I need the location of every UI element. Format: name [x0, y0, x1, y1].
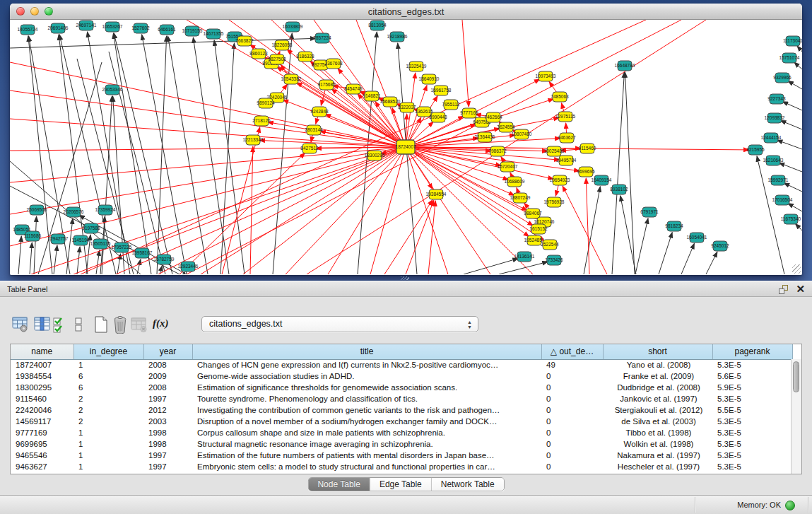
- graph-edge[interactable]: [328, 147, 406, 274]
- graph-edge[interactable]: [795, 223, 802, 230]
- table-cell[interactable]: Estimation of the future numbers of pati…: [192, 450, 541, 461]
- table-cell[interactable]: Changes of HCN gene expression and I(f) …: [192, 359, 541, 370]
- panel-splitter-handle[interactable]: [401, 276, 409, 280]
- column-header-in_degree[interactable]: in_degree: [73, 344, 143, 359]
- graph-node[interactable]: 14671355: [204, 29, 224, 39]
- graph-node[interactable]: 8186328: [296, 52, 314, 62]
- graph-edge[interactable]: [18, 236, 21, 274]
- graph-edge[interactable]: [114, 33, 172, 274]
- graph-edge[interactable]: [10, 147, 406, 214]
- graph-node[interactable]: 1115686: [24, 231, 42, 241]
- table-cell[interactable]: 2: [73, 404, 143, 416]
- table-cell[interactable]: 2008: [143, 382, 192, 393]
- graph-node[interactable]: 2522544: [541, 240, 559, 250]
- graph-edge[interactable]: [113, 33, 151, 274]
- tab-edge-table[interactable]: Edge Table: [370, 478, 432, 491]
- network-canvas-svg[interactable]: 1405572420691406246971411065326715276026…: [10, 20, 802, 274]
- graph-node[interactable]: 7857224: [313, 33, 331, 43]
- table-row[interactable]: 911546021997Tourette syndrome. Phenomeno…: [11, 393, 792, 404]
- graph-edge[interactable]: [398, 43, 417, 274]
- table-cell[interactable]: 1: [73, 438, 143, 450]
- graph-node[interactable]: 17016504: [772, 195, 793, 205]
- graph-node[interactable]: 8427512: [300, 144, 319, 153]
- graph-edge[interactable]: [784, 183, 802, 192]
- graph-node[interactable]: 12942757: [48, 234, 69, 244]
- graph-node[interactable]: 25069506: [27, 205, 47, 215]
- table-cell[interactable]: Hescheler et al. (1997): [603, 461, 712, 472]
- table-cell[interactable]: Stergiakouli et al. (2012): [603, 404, 712, 416]
- graph-node[interactable]: 9329966: [773, 73, 792, 83]
- graph-edge[interactable]: [780, 120, 802, 129]
- table-selector-dropdown[interactable]: citations_edges.txt ▲▼: [201, 316, 478, 332]
- show-columns-icon[interactable]: [33, 315, 52, 334]
- graph-edge[interactable]: [563, 186, 607, 274]
- graph-edge[interactable]: [77, 247, 80, 274]
- table-cell[interactable]: 0: [541, 461, 603, 472]
- graph-node[interactable]: 8454749: [344, 84, 363, 94]
- window-titlebar[interactable]: citations_edges.txt: [10, 4, 802, 20]
- table-cell[interactable]: 5.5E-5: [712, 404, 792, 416]
- table-cell[interactable]: Yano et al. (2008): [603, 359, 712, 370]
- graph-node[interactable]: 10688609: [505, 177, 525, 187]
- table-cell[interactable]: 1: [73, 427, 143, 438]
- graph-edge[interactable]: [620, 196, 636, 274]
- table-cell[interactable]: 5.6E-5: [712, 370, 792, 382]
- table-cell[interactable]: 0: [541, 450, 603, 461]
- table-cell[interactable]: 5.3E-5: [712, 359, 792, 370]
- graph-edge[interactable]: [779, 163, 802, 172]
- table-cell[interactable]: 1: [73, 461, 143, 472]
- table-scrollbar-thumb[interactable]: [793, 361, 799, 392]
- graph-node[interactable]: 9245012: [711, 241, 729, 251]
- graph-edge[interactable]: [10, 38, 316, 48]
- graph-edge[interactable]: [220, 43, 234, 274]
- table-row[interactable]: 969969511998Structural magnetic resonanc…: [11, 438, 792, 450]
- column-header-name[interactable]: name: [11, 344, 73, 359]
- graph-edge[interactable]: [214, 40, 245, 274]
- graph-node[interactable]: 6791971: [640, 207, 659, 217]
- graph-edge[interactable]: [797, 46, 802, 52]
- table-row[interactable]: 1830029562008Estimation of significance …: [11, 382, 792, 393]
- table-cell[interactable]: Jankovic et al. (1997): [603, 393, 712, 404]
- graph-edge[interactable]: [10, 147, 406, 182]
- graph-node[interactable]: 12975115: [555, 112, 576, 122]
- graph-node[interactable]: 19654923: [550, 175, 570, 185]
- graph-node[interactable]: 10025488: [544, 146, 565, 156]
- table-cell[interactable]: 0: [541, 393, 603, 404]
- graph-edge[interactable]: [499, 262, 548, 274]
- graph-edge[interactable]: [635, 218, 648, 274]
- tab-node-table[interactable]: Node Table: [308, 478, 370, 491]
- table-cell[interactable]: 2003: [143, 416, 192, 427]
- graph-node[interactable]: 9175685: [317, 80, 336, 90]
- table-row[interactable]: 1872400712008Changes of HCN gene express…: [11, 359, 792, 370]
- graph-node[interactable]: 1527602: [131, 23, 150, 33]
- table-cell[interactable]: 9777169: [11, 427, 73, 438]
- table-cell[interactable]: 5.3E-5: [712, 461, 792, 472]
- table-row[interactable]: 946362711997Embryonic stem cells: a mode…: [11, 461, 792, 472]
- graph-node[interactable]: 13958167: [132, 248, 153, 258]
- graph-node[interactable]: 21364436: [475, 132, 495, 142]
- graph-edge[interactable]: [794, 62, 802, 69]
- column-header-pagerank[interactable]: pagerank: [712, 344, 792, 359]
- graph-node[interactable]: 16054041: [687, 233, 707, 243]
- table-cell[interactable]: Nakamura et al. (1997): [603, 450, 712, 461]
- graph-edge[interactable]: [157, 36, 167, 274]
- graph-node[interactable]: 19218986: [387, 32, 408, 42]
- graph-edge[interactable]: [142, 35, 187, 274]
- graph-node[interactable]: 9242848: [310, 107, 329, 117]
- table-cell[interactable]: 5.3E-5: [712, 416, 792, 427]
- graph-node[interactable]: 1615152: [529, 224, 548, 234]
- table-cell[interactable]: de Silva et al. (2003): [603, 416, 712, 427]
- table-cell[interactable]: Tibbo et al. (1998): [603, 427, 712, 438]
- graph-node[interactable]: 2718126: [252, 116, 271, 126]
- graph-edge[interactable]: [782, 102, 802, 110]
- column-header-title[interactable]: title: [192, 344, 541, 359]
- graph-node[interactable]: 8860123: [249, 49, 268, 59]
- graph-node[interactable]: 16210643: [763, 156, 784, 165]
- graph-node[interactable]: 8215955: [746, 145, 765, 155]
- graph-edge[interactable]: [167, 36, 208, 274]
- table-cell[interactable]: Tourette syndrome. Phenomenology and cla…: [192, 393, 541, 404]
- table-cell[interactable]: Genome-wide association studies in ADHD.: [192, 370, 541, 382]
- table-cell[interactable]: 1: [73, 450, 143, 461]
- graph-node[interactable]: 8938102: [610, 185, 628, 194]
- table-cell[interactable]: 2009: [143, 370, 192, 382]
